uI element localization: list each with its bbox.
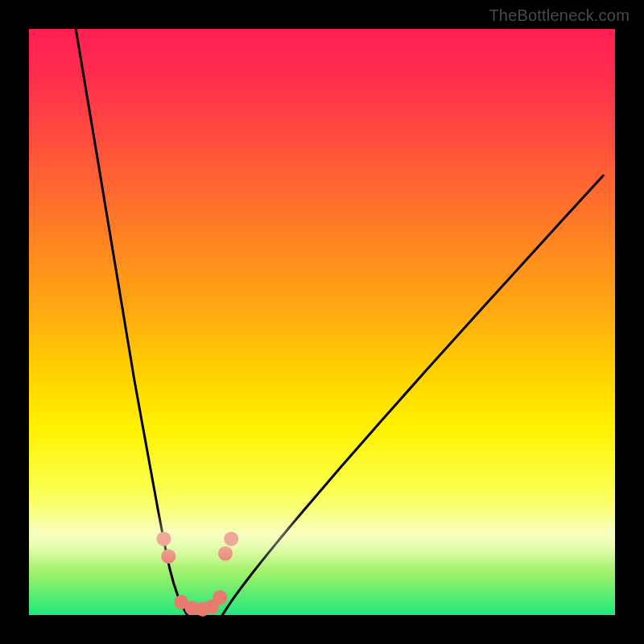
line-layer: [76, 29, 603, 615]
marker-layer: [156, 531, 238, 616]
chart-frame: TheBottleneck.com: [0, 0, 644, 644]
chart-svg: [29, 29, 615, 615]
marker-right-dot-upper-a: [218, 547, 233, 561]
marker-left-dot-upper-a: [156, 531, 171, 546]
curve-right-branch: [222, 175, 603, 615]
watermark-text: TheBottleneck.com: [489, 6, 630, 25]
marker-left-dot-upper-b: [161, 549, 175, 564]
marker-right-dot-upper-b: [224, 531, 238, 546]
curve-left-branch: [76, 29, 187, 615]
plot-area: [29, 29, 615, 615]
marker-valley-dot-5: [213, 590, 227, 605]
